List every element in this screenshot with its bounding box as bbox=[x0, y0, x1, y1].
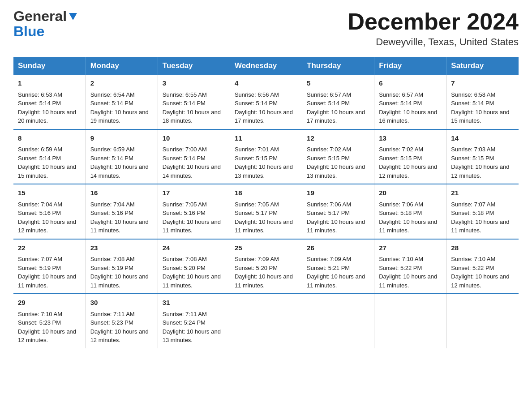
col-monday: Monday bbox=[86, 57, 158, 75]
col-friday: Friday bbox=[374, 57, 446, 75]
daylight-line: Daylight: 10 hours and 12 minutes. bbox=[90, 328, 149, 344]
calendar-cell: 15Sunrise: 7:04 AMSunset: 5:16 PMDayligh… bbox=[13, 184, 86, 239]
day-number: 1 bbox=[18, 78, 81, 89]
sunrise-line: Sunrise: 7:09 AM bbox=[235, 256, 279, 262]
calendar-cell: 13Sunrise: 7:02 AMSunset: 5:15 PMDayligh… bbox=[374, 129, 446, 184]
day-number: 19 bbox=[307, 188, 369, 198]
sunrise-line: Sunrise: 6:56 AM bbox=[235, 91, 279, 98]
daylight-line: Daylight: 10 hours and 11 minutes. bbox=[235, 273, 293, 289]
calendar-cell: 18Sunrise: 7:05 AMSunset: 5:17 PMDayligh… bbox=[230, 184, 302, 239]
sunset-line: Sunset: 5:21 PM bbox=[307, 265, 350, 271]
sunset-line: Sunset: 5:20 PM bbox=[163, 265, 206, 271]
sunset-line: Sunset: 5:19 PM bbox=[18, 265, 61, 271]
calendar-cell: 4Sunrise: 6:56 AMSunset: 5:14 PMDaylight… bbox=[230, 75, 302, 129]
sunrise-line: Sunrise: 7:06 AM bbox=[379, 201, 423, 208]
day-number: 17 bbox=[163, 188, 225, 198]
day-number: 10 bbox=[163, 133, 225, 144]
sunset-line: Sunset: 5:14 PM bbox=[307, 100, 350, 107]
day-number: 24 bbox=[163, 243, 225, 253]
calendar-cell: 26Sunrise: 7:09 AMSunset: 5:21 PMDayligh… bbox=[302, 239, 374, 294]
calendar-week-row: 8Sunrise: 6:59 AMSunset: 5:14 PMDaylight… bbox=[13, 129, 519, 184]
sunrise-line: Sunrise: 7:10 AM bbox=[379, 256, 423, 262]
calendar-subtitle: Deweyville, Texas, United States bbox=[348, 36, 519, 48]
calendar-cell: 31Sunrise: 7:11 AMSunset: 5:24 PMDayligh… bbox=[158, 294, 230, 348]
sunset-line: Sunset: 5:17 PM bbox=[235, 210, 278, 216]
day-number: 27 bbox=[379, 243, 442, 253]
logo: General Blue bbox=[13, 9, 78, 39]
sunset-line: Sunset: 5:14 PM bbox=[163, 100, 206, 107]
sunset-line: Sunset: 5:14 PM bbox=[163, 155, 206, 162]
calendar-cell: 29Sunrise: 7:10 AMSunset: 5:23 PMDayligh… bbox=[13, 294, 86, 348]
sunset-line: Sunset: 5:16 PM bbox=[90, 210, 133, 216]
sunrise-line: Sunrise: 7:01 AM bbox=[235, 146, 279, 153]
daylight-line: Daylight: 10 hours and 17 minutes. bbox=[235, 109, 293, 124]
sunrise-line: Sunrise: 6:59 AM bbox=[18, 146, 62, 153]
calendar-cell: 8Sunrise: 6:59 AMSunset: 5:14 PMDaylight… bbox=[13, 129, 86, 184]
sunset-line: Sunset: 5:14 PM bbox=[18, 155, 61, 162]
daylight-line: Daylight: 10 hours and 15 minutes. bbox=[451, 109, 509, 124]
daylight-line: Daylight: 10 hours and 14 minutes. bbox=[163, 163, 221, 179]
sunrise-line: Sunrise: 7:08 AM bbox=[163, 256, 207, 262]
calendar-cell: 10Sunrise: 7:00 AMSunset: 5:14 PMDayligh… bbox=[158, 129, 230, 184]
day-number: 14 bbox=[451, 133, 514, 144]
calendar-cell bbox=[374, 294, 446, 348]
calendar-cell bbox=[230, 294, 302, 348]
sunrise-line: Sunrise: 6:53 AM bbox=[18, 91, 62, 98]
sunrise-line: Sunrise: 7:10 AM bbox=[451, 256, 495, 262]
sunset-line: Sunset: 5:23 PM bbox=[18, 319, 61, 326]
calendar-header-row: Sunday Monday Tuesday Wednesday Thursday… bbox=[13, 57, 519, 75]
sunset-line: Sunset: 5:22 PM bbox=[379, 265, 422, 271]
calendar-week-row: 1Sunrise: 6:53 AMSunset: 5:14 PMDaylight… bbox=[13, 75, 519, 129]
daylight-line: Daylight: 10 hours and 15 minutes. bbox=[18, 163, 76, 179]
sunrise-line: Sunrise: 7:02 AM bbox=[379, 146, 423, 153]
col-sunday: Sunday bbox=[13, 57, 86, 75]
calendar-cell: 17Sunrise: 7:05 AMSunset: 5:16 PMDayligh… bbox=[158, 184, 230, 239]
calendar-cell: 11Sunrise: 7:01 AMSunset: 5:15 PMDayligh… bbox=[230, 129, 302, 184]
sunrise-line: Sunrise: 7:06 AM bbox=[307, 201, 351, 208]
day-number: 8 bbox=[18, 133, 81, 144]
svg-marker-0 bbox=[69, 13, 77, 20]
calendar-cell: 14Sunrise: 7:03 AMSunset: 5:15 PMDayligh… bbox=[446, 129, 519, 184]
daylight-line: Daylight: 10 hours and 12 minutes. bbox=[451, 163, 509, 179]
daylight-line: Daylight: 10 hours and 11 minutes. bbox=[18, 273, 76, 289]
sunrise-line: Sunrise: 7:07 AM bbox=[451, 201, 495, 208]
daylight-line: Daylight: 10 hours and 13 minutes. bbox=[163, 328, 221, 344]
calendar-cell: 9Sunrise: 6:59 AMSunset: 5:14 PMDaylight… bbox=[86, 129, 158, 184]
sunset-line: Sunset: 5:19 PM bbox=[90, 265, 133, 271]
daylight-line: Daylight: 10 hours and 12 minutes. bbox=[451, 273, 509, 289]
calendar-week-row: 22Sunrise: 7:07 AMSunset: 5:19 PMDayligh… bbox=[13, 239, 519, 294]
daylight-line: Daylight: 10 hours and 13 minutes. bbox=[235, 163, 293, 179]
sunset-line: Sunset: 5:15 PM bbox=[307, 155, 350, 162]
col-thursday: Thursday bbox=[302, 57, 374, 75]
sunrise-line: Sunrise: 7:08 AM bbox=[90, 256, 135, 262]
daylight-line: Daylight: 10 hours and 11 minutes. bbox=[379, 218, 437, 234]
daylight-line: Daylight: 10 hours and 19 minutes. bbox=[90, 109, 149, 124]
day-number: 11 bbox=[235, 133, 297, 144]
day-number: 18 bbox=[235, 188, 297, 198]
day-number: 2 bbox=[90, 78, 153, 89]
col-saturday: Saturday bbox=[446, 57, 519, 75]
calendar-cell: 22Sunrise: 7:07 AMSunset: 5:19 PMDayligh… bbox=[13, 239, 86, 294]
daylight-line: Daylight: 10 hours and 17 minutes. bbox=[307, 109, 365, 124]
daylight-line: Daylight: 10 hours and 11 minutes. bbox=[307, 218, 365, 234]
day-number: 16 bbox=[90, 188, 153, 198]
day-number: 6 bbox=[379, 78, 442, 89]
sunrise-line: Sunrise: 6:57 AM bbox=[307, 91, 351, 98]
col-wednesday: Wednesday bbox=[230, 57, 302, 75]
daylight-line: Daylight: 10 hours and 12 minutes. bbox=[18, 328, 76, 344]
logo-blue-text: Blue bbox=[13, 23, 44, 39]
sunrise-line: Sunrise: 7:04 AM bbox=[90, 201, 135, 208]
calendar-cell: 3Sunrise: 6:55 AMSunset: 5:14 PMDaylight… bbox=[158, 75, 230, 129]
day-number: 4 bbox=[235, 78, 297, 89]
day-number: 23 bbox=[90, 243, 153, 253]
calendar-cell: 2Sunrise: 6:54 AMSunset: 5:14 PMDaylight… bbox=[86, 75, 158, 129]
daylight-line: Daylight: 10 hours and 11 minutes. bbox=[90, 218, 149, 234]
sunrise-line: Sunrise: 7:07 AM bbox=[18, 256, 62, 262]
sunrise-line: Sunrise: 6:57 AM bbox=[379, 91, 423, 98]
daylight-line: Daylight: 10 hours and 11 minutes. bbox=[379, 273, 437, 289]
sunset-line: Sunset: 5:14 PM bbox=[18, 100, 61, 107]
sunset-line: Sunset: 5:16 PM bbox=[18, 210, 61, 216]
logo-general-text: General bbox=[13, 9, 67, 23]
calendar-cell: 24Sunrise: 7:08 AMSunset: 5:20 PMDayligh… bbox=[158, 239, 230, 294]
sunset-line: Sunset: 5:15 PM bbox=[235, 155, 278, 162]
